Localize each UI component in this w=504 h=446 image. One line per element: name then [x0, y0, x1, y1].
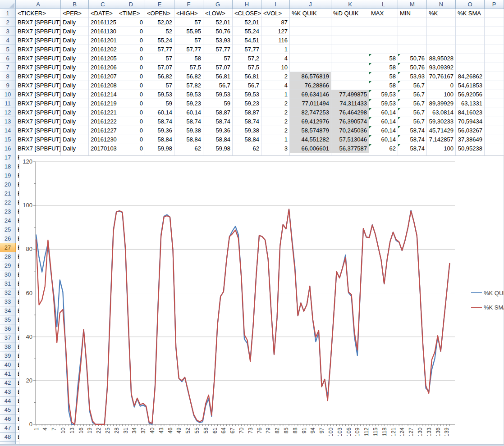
cell[interactable]: 0 [117, 45, 145, 54]
cell[interactable]: 127 [261, 27, 290, 36]
field-header-cell[interactable]: %D QUIK [331, 9, 369, 18]
row-header-17[interactable]: 17 [0, 153, 16, 162]
field-header-cell[interactable]: <PER> [61, 9, 89, 18]
cell[interactable]: 58,87 [203, 108, 233, 117]
cell[interactable]: 57 [145, 54, 174, 63]
cell[interactable]: BRX7 [SPBFUT] [16, 117, 61, 126]
cell[interactable] [485, 90, 504, 99]
cell[interactable]: 63,1331 [456, 99, 485, 108]
row-header-18[interactable]: 18 [0, 162, 16, 171]
cell[interactable] [369, 18, 398, 27]
cell[interactable]: 58,84 [233, 135, 261, 144]
cell[interactable]: 59,36 [145, 126, 174, 135]
cell[interactable]: Daily [61, 144, 89, 153]
cell[interactable]: 0 [117, 81, 145, 90]
cell[interactable] [485, 18, 504, 27]
cell[interactable]: 58 [369, 81, 398, 90]
column-header-D[interactable]: D [117, 0, 145, 9]
cell[interactable]: Daily [61, 18, 89, 27]
cell[interactable] [427, 18, 456, 27]
cell[interactable]: 57 [145, 81, 174, 90]
cell[interactable]: 58,87 [233, 108, 261, 117]
cell[interactable]: 56,81 [203, 72, 233, 81]
cell[interactable]: 0 [117, 99, 145, 108]
cell[interactable]: 76,28866 [290, 81, 331, 90]
column-header-P[interactable]: P [485, 0, 504, 9]
row-header-48[interactable]: 48 [0, 432, 16, 441]
cell[interactable]: 84,16023 [456, 108, 485, 117]
cell[interactable]: 2 [261, 72, 290, 81]
cell[interactable]: 56,7 [398, 108, 427, 117]
cell[interactable]: BRX7 [SPBFUT] [16, 54, 61, 63]
cell[interactable] [398, 18, 427, 27]
cell[interactable]: 59,38 [233, 126, 261, 135]
row-header-8[interactable]: 8 [0, 72, 16, 81]
cell[interactable]: 52 [145, 27, 174, 36]
cell[interactable]: 53,93 [398, 72, 427, 81]
cell[interactable] [331, 45, 369, 54]
cell[interactable]: 86,576819 [290, 72, 331, 81]
cell[interactable]: 20161208 [89, 81, 117, 90]
cell[interactable]: BRX7 [SPBFUT] [16, 27, 61, 36]
cell[interactable]: 57,82 [174, 81, 203, 90]
cell[interactable]: 100 [427, 90, 456, 99]
cell[interactable] [485, 81, 504, 90]
cell[interactable]: 58 [174, 54, 203, 63]
cell[interactable]: BRX7 [SPBFUT] [16, 108, 61, 117]
cell[interactable]: 58,84 [203, 135, 233, 144]
cell[interactable]: 58 [369, 54, 398, 63]
row-header-38[interactable]: 38 [0, 342, 16, 351]
row-header-2[interactable]: 2 [0, 18, 16, 27]
cell[interactable] [485, 144, 504, 153]
cell[interactable]: 70,76167 [427, 72, 456, 81]
cell[interactable]: 59 [145, 99, 174, 108]
cell[interactable]: 20161207 [89, 72, 117, 81]
cell[interactable] [485, 72, 504, 81]
cell[interactable] [485, 54, 504, 63]
cell[interactable] [331, 27, 369, 36]
cell[interactable]: 57,5 [174, 63, 203, 72]
cell[interactable]: 57 [174, 36, 203, 45]
field-header-cell[interactable]: <CLOSE> [233, 9, 261, 18]
cell[interactable]: 56,7 [398, 117, 427, 126]
cell[interactable]: 56,7 [398, 99, 427, 108]
cell[interactable]: 3 [261, 144, 290, 153]
cell[interactable]: 58,74 [398, 144, 427, 153]
cell[interactable] [331, 54, 369, 63]
cell[interactable]: 50,76 [398, 63, 427, 72]
cell[interactable] [456, 36, 485, 45]
cell[interactable]: 0 [117, 144, 145, 153]
cell[interactable]: 59,36 [203, 126, 233, 135]
row-header-16[interactable]: 16 [0, 144, 16, 153]
cell[interactable]: 58,574879 [290, 126, 331, 135]
cell[interactable]: 69,412976 [290, 117, 331, 126]
cell[interactable]: 56,7 [203, 81, 233, 90]
row-header-10[interactable]: 10 [0, 90, 16, 99]
row-header-22[interactable]: 22 [0, 198, 16, 207]
cell[interactable]: BRX7 [SPBFUT] [16, 81, 61, 90]
cell[interactable]: 0 [117, 135, 145, 144]
row-header-15[interactable]: 15 [0, 135, 16, 144]
cell[interactable]: 87 [261, 18, 290, 27]
cell[interactable]: 2 [261, 126, 290, 135]
cell[interactable]: 116 [261, 36, 290, 45]
row-header-19[interactable]: 19 [0, 171, 16, 180]
row-header-36[interactable]: 36 [0, 324, 16, 333]
cell[interactable]: 20170103 [89, 144, 117, 153]
cell[interactable] [485, 63, 504, 72]
cell[interactable] [485, 36, 504, 45]
cell[interactable] [485, 126, 504, 135]
cell[interactable]: 0 [117, 108, 145, 117]
cell[interactable]: 56,7 [398, 81, 427, 90]
field-header-cell[interactable]: %K [427, 9, 456, 18]
column-header-C[interactable]: C [89, 0, 117, 9]
cell[interactable]: 58,74 [233, 117, 261, 126]
cell[interactable]: 62 [233, 144, 261, 153]
cell[interactable]: 74,311433 [331, 99, 369, 108]
cell[interactable]: 57,5 [233, 63, 261, 72]
cell[interactable]: 62 [369, 144, 398, 153]
cell[interactable] [331, 36, 369, 45]
cell[interactable]: 2 [261, 108, 290, 117]
cell[interactable]: 20161201 [89, 36, 117, 45]
cell[interactable]: Daily [61, 54, 89, 63]
